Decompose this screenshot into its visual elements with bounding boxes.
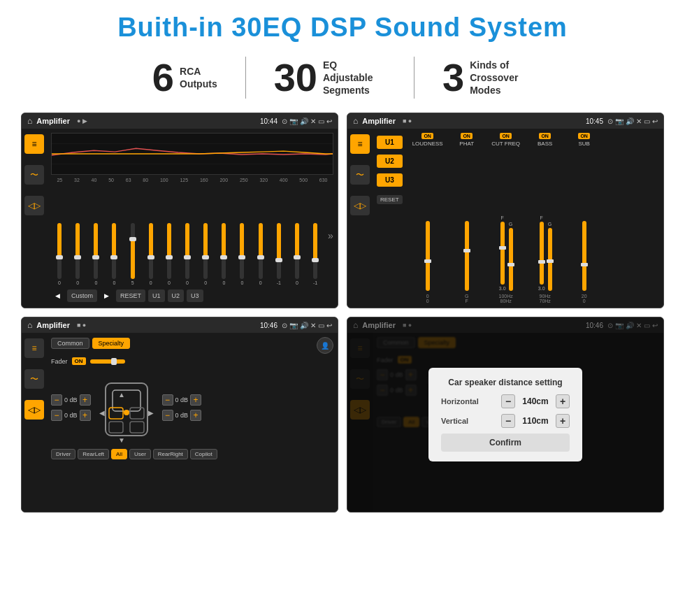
freq-250: 250: [240, 178, 248, 182]
slider-13[interactable]: -1: [271, 223, 287, 285]
sub-slider[interactable]: [582, 221, 586, 291]
plus-btn-bl[interactable]: +: [80, 410, 91, 421]
plus-btn-br[interactable]: +: [190, 410, 201, 421]
minus-btn-tr[interactable]: −: [162, 394, 173, 406]
bottom-buttons: Driver RearLeft All User RearRight Copil…: [51, 449, 333, 459]
db-control-tl: − 0 dB +: [51, 394, 91, 406]
slider-7[interactable]: 0: [161, 223, 178, 285]
eq-icon[interactable]: ≡: [24, 134, 44, 154]
slider-1[interactable]: 0: [51, 223, 68, 285]
screen3-title: Amplifier: [36, 321, 70, 329]
specialty-tab[interactable]: Specialty: [92, 338, 131, 349]
confirm-button[interactable]: Confirm: [441, 434, 570, 452]
u1-btn-crossover[interactable]: U1: [377, 136, 403, 149]
slider-3[interactable]: 0: [87, 223, 104, 285]
prev-button[interactable]: ◀: [51, 289, 64, 302]
u2-btn-crossover[interactable]: U2: [377, 155, 403, 168]
status-dots-3: ■ ●: [77, 322, 86, 329]
svg-rect-9: [130, 422, 144, 433]
reset-button-eq[interactable]: RESET: [116, 289, 145, 302]
wave-icon[interactable]: 〜: [24, 165, 44, 185]
eq-icon-2[interactable]: ≡: [350, 134, 370, 154]
cutfreq-name: CUT FREQ: [491, 141, 520, 147]
sub-name: SUB: [578, 141, 589, 147]
phat-slider[interactable]: [465, 221, 469, 291]
loudness-on-row: ON: [421, 133, 433, 139]
u-buttons-panel: U1 U2 U3 RESET: [373, 129, 407, 308]
u3-btn-crossover[interactable]: U3: [377, 173, 403, 187]
u1-button-eq[interactable]: U1: [148, 289, 165, 302]
fader-on-badge: ON: [72, 357, 86, 365]
minus-btn-bl[interactable]: −: [51, 410, 62, 421]
slider-12[interactable]: 0: [252, 223, 269, 285]
speaker-layout: − 0 dB + − 0 dB +: [51, 369, 333, 446]
user-btn[interactable]: User: [129, 449, 151, 459]
rearleft-btn[interactable]: RearLeft: [78, 449, 109, 459]
wave-icon-3[interactable]: 〜: [24, 369, 44, 389]
reset-btn-crossover[interactable]: RESET: [377, 195, 403, 204]
rearright-btn[interactable]: RearRight: [153, 449, 188, 459]
vertical-plus[interactable]: +: [556, 414, 570, 428]
minus-btn-br[interactable]: −: [162, 410, 173, 421]
bass-slider-g[interactable]: [548, 228, 552, 291]
side-icons-3: ≡ 〜 ◁▷: [22, 333, 47, 512]
plus-btn-tl[interactable]: +: [80, 394, 91, 406]
slider-5[interactable]: 5: [124, 223, 141, 285]
fader-slider[interactable]: [90, 359, 125, 364]
freq-320: 320: [259, 178, 268, 182]
u2-button-eq[interactable]: U2: [168, 289, 185, 302]
phat-on-badge: ON: [461, 133, 473, 139]
screen-distance: ⌂ Amplifier ■ ● 10:46 ⊙ 📷 🔊 ✕ ▭ ↩ ≡ 〜: [347, 317, 664, 513]
copilot-btn[interactable]: Copilot: [190, 449, 217, 459]
window-icon-1: ▭: [318, 117, 324, 125]
cutfreq-slider-g[interactable]: [509, 228, 513, 291]
volume-side-icon[interactable]: ◁▷: [24, 196, 44, 215]
eq-icon-3[interactable]: ≡: [24, 338, 44, 358]
slider-8[interactable]: 0: [179, 223, 196, 285]
screen2-content: ≡ 〜 ◁▷ U1 U2 U3 RESET ON LOUDN: [347, 129, 663, 308]
side-icons-2: ≡ 〜 ◁▷: [347, 129, 373, 308]
expand-icon[interactable]: »: [328, 230, 333, 241]
bass-vals: 90Hz70Hz: [540, 294, 551, 303]
horizontal-plus[interactable]: +: [556, 394, 570, 408]
play-button[interactable]: ▶: [100, 289, 113, 302]
loudness-vals: 00: [426, 294, 429, 303]
u3-button-eq[interactable]: U3: [187, 289, 203, 302]
custom-button[interactable]: Custom: [67, 289, 97, 302]
slider-9[interactable]: 0: [197, 223, 214, 285]
minus-btn-tl[interactable]: −: [51, 394, 62, 406]
freq-50: 50: [108, 178, 114, 182]
common-tab[interactable]: Common: [51, 338, 89, 349]
slider-11[interactable]: 0: [233, 223, 250, 285]
screen2-title: Amplifier: [362, 117, 396, 125]
cutfreq-vals: 100Hz80Hz: [499, 294, 513, 303]
channel-bass: ON BASS F 3.0 G: [527, 133, 563, 303]
cutfreq-slider-f[interactable]: [500, 222, 505, 285]
vertical-minus[interactable]: −: [501, 414, 515, 428]
profile-icon[interactable]: 👤: [317, 337, 333, 354]
tab-row: Common Specialty: [51, 338, 130, 349]
driver-btn[interactable]: Driver: [51, 449, 75, 459]
slider-6[interactable]: 0: [143, 223, 159, 285]
camera-icon-1: 📷: [289, 117, 298, 125]
slider-4[interactable]: 0: [106, 223, 122, 285]
loudness-slider[interactable]: [426, 221, 430, 291]
screen-speaker-balance: ⌂ Amplifier ■ ● 10:46 ⊙ 📷 🔊 ✕ ▭ ↩ ≡ 〜 ◁▷: [21, 317, 338, 513]
horizontal-minus[interactable]: −: [501, 394, 515, 408]
plus-btn-tr[interactable]: +: [190, 394, 201, 406]
bass-slider-f[interactable]: [540, 222, 544, 285]
phat-name: PHAT: [459, 141, 474, 147]
volume-side-icon-3[interactable]: ◁▷: [24, 400, 44, 420]
slider-2[interactable]: 0: [69, 223, 86, 285]
vertical-control: − 110cm +: [501, 414, 570, 428]
slider-14[interactable]: 0: [289, 223, 305, 285]
screen1-content: ≡ 〜 ◁▷: [22, 129, 338, 308]
slider-15[interactable]: -1: [307, 223, 324, 285]
db-val-tl: 0 dB: [64, 396, 78, 403]
all-btn[interactable]: All: [111, 449, 127, 459]
back-icon-1: ↩: [326, 117, 332, 125]
wave-icon-2[interactable]: 〜: [350, 165, 370, 185]
slider-10[interactable]: 0: [215, 223, 232, 285]
volume-side-icon-2[interactable]: ◁▷: [350, 196, 370, 215]
svg-rect-8: [109, 422, 123, 433]
